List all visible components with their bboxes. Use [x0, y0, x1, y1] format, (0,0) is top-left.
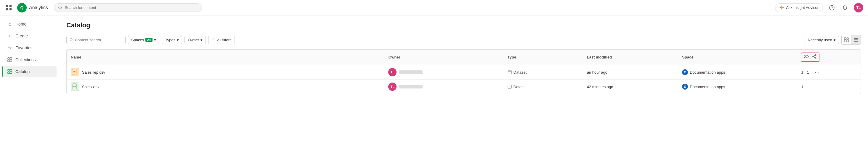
grid-view-button[interactable]: [842, 35, 851, 44]
spaces-filter-button[interactable]: Spaces All ▾: [128, 36, 159, 44]
cell-owner-1: TL: [384, 65, 503, 80]
svg-rect-10: [8, 58, 9, 59]
owner-chevron-icon: ▾: [200, 38, 203, 42]
view-toggle: [841, 35, 861, 45]
col-icon-group: [801, 53, 819, 62]
col-name[interactable]: Name: [67, 50, 384, 65]
col-owner[interactable]: Owner: [384, 50, 503, 65]
cell-modified-1: an hour ago: [583, 65, 678, 80]
col-space[interactable]: Space: [678, 50, 797, 65]
owner-label: Owner: [188, 38, 199, 42]
notifications-icon[interactable]: [841, 4, 849, 12]
col-actions: [797, 50, 861, 65]
col-type[interactable]: Type: [503, 50, 583, 65]
catalog-toolbar: Spaces All ▾ Types ▾ Owner ▾ All filters…: [66, 35, 861, 45]
dataset-icon-1: [507, 70, 512, 74]
row2-more-button[interactable]: ⋯: [813, 83, 822, 91]
svg-rect-16: [8, 72, 9, 74]
cell-name-1: CSV Sales rep.csv: [67, 65, 384, 80]
row1-views: 1: [801, 70, 803, 75]
spaces-label: Spaces: [131, 38, 144, 42]
svg-rect-0: [6, 5, 8, 7]
sidebar-item-home[interactable]: ⌂ Home: [2, 19, 57, 30]
all-filters-button[interactable]: All filters: [208, 36, 235, 44]
svg-rect-12: [8, 60, 9, 62]
content-search-box[interactable]: [66, 36, 126, 44]
search-icon: [58, 6, 62, 10]
grid-icon: [844, 37, 849, 42]
filter-icon: [212, 38, 215, 42]
content-search-icon: [70, 38, 73, 42]
sort-chevron-icon: ▾: [834, 38, 836, 42]
sidebar-item-collections[interactable]: Collections: [2, 54, 57, 65]
row2-shares: 1: [807, 85, 809, 89]
svg-rect-22: [844, 40, 846, 42]
cell-actions-1: 1 1 ⋯: [797, 65, 861, 80]
svg-text:XLSX: XLSX: [72, 86, 76, 87]
space-badge-1: O: [682, 69, 688, 75]
xlsx-file-icon: XLSX: [71, 82, 79, 91]
content-search-input[interactable]: [75, 38, 122, 42]
owner-avatar-2: TL: [388, 82, 397, 91]
owner-name-1: [399, 70, 423, 74]
topbar: Q Analytics Ask Insight Advisor ?: [0, 0, 868, 16]
list-view-button[interactable]: [851, 35, 861, 44]
table-row: XLSX Sales.xlsx TL: [67, 80, 861, 94]
user-avatar[interactable]: TL: [854, 3, 863, 12]
page-title: Catalog: [66, 21, 861, 29]
col-last-modified[interactable]: Last modified: [583, 50, 678, 65]
row2-type: Dataset: [514, 85, 527, 89]
sidebar-favorites-label: Favorites: [16, 46, 33, 50]
back-arrow-icon: ←: [5, 147, 9, 151]
spaces-badge: All: [146, 38, 153, 42]
svg-text:Q: Q: [21, 5, 24, 10]
ask-insight-button[interactable]: Ask Insight Advisor: [775, 3, 823, 12]
row1-more-button[interactable]: ⋯: [813, 68, 822, 76]
all-filters-label: All filters: [217, 38, 231, 42]
col-action-icons: [801, 53, 857, 62]
global-search-box[interactable]: [54, 3, 202, 12]
catalog-icon: [7, 69, 12, 74]
spaces-chevron-icon: ▾: [154, 38, 156, 42]
types-chevron-icon: ▾: [177, 38, 179, 42]
svg-line-32: [813, 55, 815, 56]
sidebar-item-create[interactable]: + Create: [2, 30, 57, 42]
svg-rect-36: [508, 70, 512, 74]
svg-rect-21: [847, 38, 848, 40]
apps-grid-icon[interactable]: [5, 4, 13, 12]
row2-space: Documentation apps: [690, 85, 725, 89]
sort-button[interactable]: Recently used ▾: [805, 36, 839, 44]
sidebar-back-button[interactable]: ←: [5, 147, 54, 151]
sidebar-footer: ←: [0, 143, 59, 155]
svg-rect-17: [10, 72, 12, 74]
row2-views: 1: [801, 85, 803, 89]
row1-name: Sales rep.csv: [82, 70, 105, 75]
owner-name-2: [399, 85, 423, 88]
cell-space-1: O Documentation apps: [678, 65, 797, 80]
svg-line-33: [813, 57, 815, 58]
topbar-right: Ask Insight Advisor ? TL: [775, 3, 863, 12]
cell-owner-2: TL: [384, 80, 503, 94]
collections-icon: [7, 57, 12, 62]
svg-rect-14: [8, 70, 9, 71]
svg-rect-13: [10, 60, 12, 62]
owner-filter-button[interactable]: Owner ▾: [185, 36, 206, 44]
row1-modified: an hour ago: [587, 70, 608, 75]
svg-point-27: [804, 55, 808, 58]
sidebar-item-catalog[interactable]: Catalog: [2, 66, 57, 77]
sidebar-catalog-label: Catalog: [16, 69, 30, 74]
types-label: Types: [165, 38, 175, 42]
sidebar-item-favorites[interactable]: ☆ Favorites: [2, 42, 57, 53]
global-search-input[interactable]: [65, 5, 197, 10]
list-icon: [854, 37, 858, 42]
svg-text:CSV: CSV: [73, 71, 76, 73]
help-icon[interactable]: ?: [828, 4, 836, 12]
sidebar-nav: ⌂ Home + Create ☆ Favorites: [0, 16, 59, 143]
types-filter-button[interactable]: Types ▾: [162, 36, 182, 44]
app-logo: Q Analytics: [17, 2, 48, 13]
svg-point-31: [812, 56, 813, 57]
csv-file-icon: CSV: [71, 68, 79, 76]
cell-actions-2: 1 1 ⋯: [797, 80, 861, 94]
svg-rect-41: [508, 85, 512, 88]
svg-point-30: [815, 58, 816, 59]
